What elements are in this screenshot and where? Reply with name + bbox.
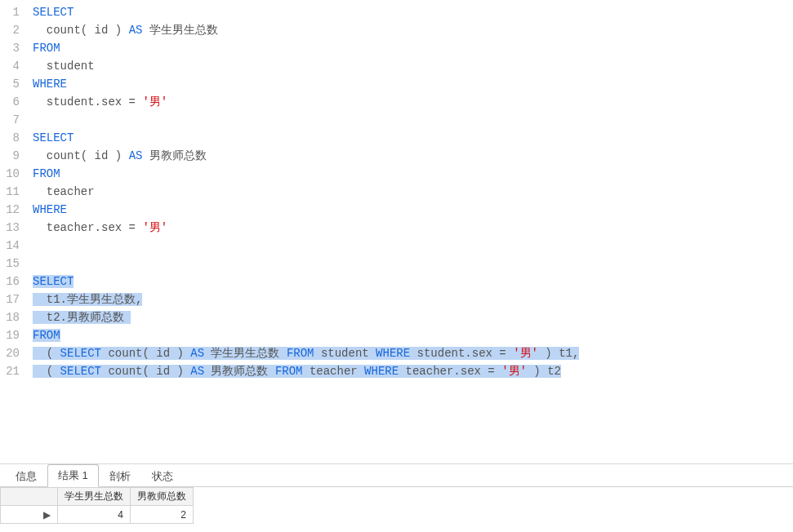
column-header[interactable]: 学生男生总数 <box>58 488 131 506</box>
code-line[interactable]: 19FROM <box>0 326 793 344</box>
line-number: 11 <box>0 183 33 201</box>
cell[interactable]: 4 <box>58 506 131 524</box>
code-line[interactable]: 15 <box>0 255 793 273</box>
code-content[interactable]: WHERE <box>33 201 793 219</box>
line-number: 6 <box>0 93 33 111</box>
tab-result1[interactable]: 结果 1 <box>47 464 99 487</box>
results-panel: 信息 结果 1 剖析 状态 学生男生总数 男教师总数 ▶ 4 2 <box>0 463 793 532</box>
code-content[interactable]: FROM <box>33 39 793 57</box>
code-content[interactable]: t1.学生男生总数, <box>33 290 793 308</box>
line-number: 20 <box>0 344 33 362</box>
code-content[interactable]: WHERE <box>33 75 793 93</box>
code-line[interactable]: 10FROM <box>0 165 793 183</box>
cell[interactable]: 2 <box>131 506 194 524</box>
code-content[interactable]: ( SELECT count( id ) AS 男教师总数 FROM teach… <box>33 362 793 380</box>
code-line[interactable]: 7 <box>0 111 793 129</box>
code-content[interactable] <box>33 237 793 255</box>
code-line[interactable]: 16SELECT <box>0 273 793 290</box>
code-content[interactable]: ( SELECT count( id ) AS 学生男生总数 FROM stud… <box>33 344 793 362</box>
code-content[interactable]: count( id ) AS 学生男生总数 <box>33 21 793 39</box>
code-content[interactable]: t2.男教师总数 <box>33 308 793 326</box>
line-number: 18 <box>0 308 33 326</box>
code-line[interactable]: 17 t1.学生男生总数, <box>0 290 793 308</box>
line-number: 16 <box>0 273 33 290</box>
code-line[interactable]: 9 count( id ) AS 男教师总数 <box>0 147 793 165</box>
table-row[interactable]: ▶ 4 2 <box>1 506 194 524</box>
tab-info[interactable]: 信息 <box>5 465 47 487</box>
code-line[interactable]: 13 teacher.sex = '男' <box>0 219 793 237</box>
line-number: 9 <box>0 147 33 165</box>
code-line[interactable]: 1SELECT <box>0 3 793 21</box>
code-line[interactable]: 8SELECT <box>0 129 793 147</box>
line-number: 13 <box>0 219 33 237</box>
code-content[interactable]: student.sex = '男' <box>33 93 793 111</box>
code-content[interactable]: student <box>33 57 793 75</box>
line-number: 14 <box>0 237 33 255</box>
code-content[interactable]: teacher <box>33 183 793 201</box>
line-number: 4 <box>0 57 33 75</box>
code-content[interactable]: SELECT <box>33 3 793 21</box>
results-grid[interactable]: 学生男生总数 男教师总数 ▶ 4 2 <box>0 487 793 532</box>
panel-tabs: 信息 结果 1 剖析 状态 <box>0 464 793 487</box>
line-number: 5 <box>0 75 33 93</box>
code-content[interactable]: count( id ) AS 男教师总数 <box>33 147 793 165</box>
column-header[interactable]: 男教师总数 <box>131 488 194 506</box>
code-line[interactable]: 11 teacher <box>0 183 793 201</box>
tab-status[interactable]: 状态 <box>141 465 184 487</box>
code-content[interactable] <box>33 255 793 273</box>
line-number: 17 <box>0 290 33 308</box>
tab-profile[interactable]: 剖析 <box>99 465 141 487</box>
line-number: 12 <box>0 201 33 219</box>
grid-corner <box>1 488 58 506</box>
code-content[interactable]: FROM <box>33 165 793 183</box>
row-indicator-icon: ▶ <box>1 506 58 524</box>
code-content[interactable]: teacher.sex = '男' <box>33 219 793 237</box>
code-line[interactable]: 21 ( SELECT count( id ) AS 男教师总数 FROM te… <box>0 362 793 380</box>
line-number: 21 <box>0 362 33 380</box>
code-line[interactable]: 12WHERE <box>0 201 793 219</box>
code-content[interactable] <box>33 111 793 129</box>
code-line[interactable]: 20 ( SELECT count( id ) AS 学生男生总数 FROM s… <box>0 344 793 362</box>
line-number: 7 <box>0 111 33 129</box>
code-line[interactable]: 2 count( id ) AS 学生男生总数 <box>0 21 793 39</box>
code-content[interactable]: SELECT <box>33 129 793 147</box>
code-line[interactable]: 18 t2.男教师总数 <box>0 308 793 326</box>
code-line[interactable]: 6 student.sex = '男' <box>0 93 793 111</box>
code-line[interactable]: 3FROM <box>0 39 793 57</box>
code-line[interactable]: 14 <box>0 237 793 255</box>
code-line[interactable]: 4 student <box>0 57 793 75</box>
sql-editor[interactable]: 1SELECT2 count( id ) AS 学生男生总数3FROM4 stu… <box>0 0 793 463</box>
line-number: 15 <box>0 255 33 273</box>
line-number: 1 <box>0 3 33 21</box>
line-number: 2 <box>0 21 33 39</box>
code-content[interactable]: SELECT <box>33 273 793 290</box>
code-content[interactable]: FROM <box>33 326 793 344</box>
line-number: 19 <box>0 326 33 344</box>
line-number: 10 <box>0 165 33 183</box>
line-number: 8 <box>0 129 33 147</box>
code-line[interactable]: 5WHERE <box>0 75 793 93</box>
line-number: 3 <box>0 39 33 57</box>
